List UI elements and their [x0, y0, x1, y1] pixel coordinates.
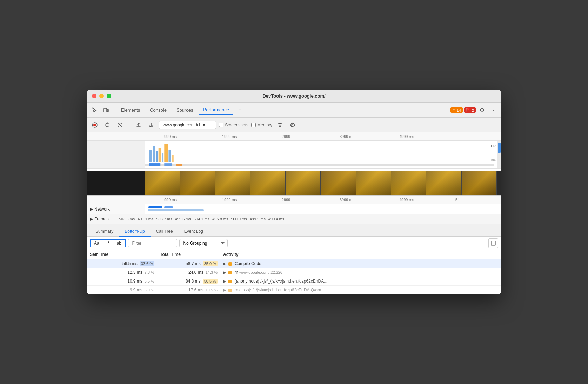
self-time-1: 12.3 ms 7.3 % [87, 268, 157, 277]
total-time-3: 17.6 ms 10.5 % [157, 286, 220, 294]
screenshots-strip [87, 171, 501, 195]
expand-arrow-3[interactable]: ▶ [223, 288, 226, 292]
timeline-ruler: 999 ms 1999 ms 2999 ms 3999 ms 4999 ms [87, 132, 501, 141]
tab-elements[interactable]: Elements [117, 105, 144, 115]
memory-checkbox[interactable] [251, 123, 256, 127]
network-row: ▶ Network [87, 204, 501, 214]
expand-arrow-2[interactable]: ▶ [223, 279, 226, 283]
ruler-3999: 3999 ms [340, 134, 354, 139]
ruler-2999: 2999 ms [282, 134, 296, 139]
frame-time-2: 503.7 ms [156, 217, 172, 221]
scrollbar-thumb[interactable] [498, 143, 501, 153]
network-expand[interactable]: ▶ [90, 207, 93, 212]
url-dropdown[interactable]: www.google.com #1 ▼ [159, 121, 216, 129]
svg-rect-14 [145, 164, 494, 166]
svg-rect-18 [491, 241, 495, 245]
device-icon[interactable] [101, 105, 111, 115]
screenshot-thumbs [145, 171, 497, 195]
th-total-time[interactable]: Total Time [157, 250, 220, 259]
perf-settings-icon[interactable]: ⚙ [288, 120, 298, 130]
tab-event-log[interactable]: Event Log [179, 227, 209, 237]
tab-more[interactable]: » [235, 105, 246, 115]
network-bar-1 [164, 206, 173, 208]
grouping-select[interactable]: No Grouping Group by Activity Group by C… [179, 239, 228, 247]
window-title: DevTools - www.google.com/ [262, 93, 325, 99]
filter-input[interactable] [128, 239, 177, 247]
clear-icon[interactable] [115, 120, 125, 130]
svg-rect-17 [176, 164, 182, 166]
th-self-time[interactable]: Self Time [87, 250, 157, 259]
screenshots-checkbox[interactable] [219, 123, 223, 127]
total-percent-3: 10.5 % [206, 288, 218, 292]
url-value: www.google.com #1 [163, 123, 200, 127]
screenshot-1 [180, 171, 215, 195]
svg-line-5 [119, 124, 121, 126]
filter-btn-aa[interactable]: Aa [91, 240, 103, 247]
timeline-area: 999 ms 1999 ms 2999 ms 3999 ms 4999 ms [87, 132, 501, 196]
sidebar-toggle[interactable] [488, 238, 498, 248]
tab-sources[interactable]: Sources [172, 105, 198, 115]
screenshots-label: Screenshots [225, 123, 248, 127]
reload-icon[interactable] [102, 120, 112, 130]
activity-3: ▶ m·e·s /xjs/_/js/k=xjs.hd.en.fdzp62cEnD… [220, 286, 501, 294]
timeline-row-area: 999 ms 1999 ms 2999 ms 3999 ms 4999 ms 5… [87, 196, 501, 204]
ruler-999: 999 ms [164, 134, 177, 139]
warning-icon: ⚠ [452, 108, 456, 112]
screenshot-8 [426, 171, 461, 195]
expand-arrow-0[interactable]: ▶ [223, 261, 226, 266]
svg-point-3 [93, 124, 96, 126]
memory-label: Memory [257, 123, 272, 127]
self-time-2: 10.9 ms 6.5 % [87, 277, 157, 286]
table-row: 9.9 ms 5.9 % 17.6 ms 10.5 % ▶ m·e·s [87, 286, 501, 294]
dropdown-arrow-icon: ▼ [202, 123, 206, 127]
frame-time-0: 503.8 ms [119, 217, 135, 221]
total-percent-1: 14.3 % [206, 270, 218, 274]
perf-sep [129, 121, 129, 128]
svg-rect-8 [156, 151, 158, 162]
frames-expand[interactable]: ▶ [90, 217, 93, 221]
upload-icon[interactable] [134, 120, 143, 130]
warning-badge: ⚠ 14 [450, 107, 463, 113]
svg-rect-12 [168, 150, 171, 162]
trash-icon[interactable] [275, 120, 285, 130]
minimize-button[interactable] [99, 94, 104, 98]
cursor-icon[interactable] [90, 105, 100, 115]
svg-rect-9 [159, 148, 161, 162]
bottom-tabs: Summary Bottom-Up Call Tree Event Log [87, 224, 501, 237]
row-ruler-5: 5! [455, 198, 459, 202]
screenshot-5 [321, 171, 356, 195]
screenshot-3 [250, 171, 286, 195]
memory-checkbox-group: Memory [251, 123, 272, 127]
error-badge: 🚩 2 [464, 107, 476, 113]
download-icon[interactable] [146, 120, 156, 130]
ruler-4999: 4999 ms [399, 134, 414, 139]
activity-icon-1 [228, 271, 232, 274]
maximize-button[interactable] [107, 94, 111, 98]
settings-icon[interactable]: ⚙ [477, 105, 487, 115]
screenshots-checkbox-group: Screenshots [219, 123, 248, 127]
self-percent-2: 6.5 % [145, 279, 154, 283]
svg-rect-16 [164, 163, 172, 166]
network-label: ▶ Network [87, 204, 145, 214]
expand-arrow-1[interactable]: ▶ [223, 270, 226, 274]
filter-btn-regex[interactable]: .* [103, 240, 113, 247]
total-time-2: 84.8 ms 50.5 % [157, 277, 220, 286]
timeline-scrollbar[interactable] [497, 141, 501, 168]
tab-console[interactable]: Console [146, 105, 171, 115]
th-activity[interactable]: Activity [220, 250, 501, 259]
row-ruler-1999: 1999 ms [222, 198, 237, 202]
record-icon[interactable] [90, 120, 100, 130]
activity-icon-3 [228, 289, 232, 292]
error-icon: 🚩 [466, 108, 471, 112]
tab-call-tree[interactable]: Call Tree [151, 227, 179, 237]
tab-summary[interactable]: Summary [90, 227, 119, 237]
network-bar-0 [148, 206, 162, 208]
screenshot-7 [391, 171, 426, 195]
tab-bottom-up[interactable]: Bottom-Up [119, 227, 150, 237]
svg-rect-13 [172, 155, 174, 162]
tab-performance[interactable]: Performance [199, 105, 233, 115]
close-button[interactable] [92, 94, 96, 98]
more-icon[interactable]: ⋮ [488, 105, 498, 115]
activity-icon-0 [228, 262, 232, 266]
filter-btn-case[interactable]: ab̄ [113, 240, 126, 247]
